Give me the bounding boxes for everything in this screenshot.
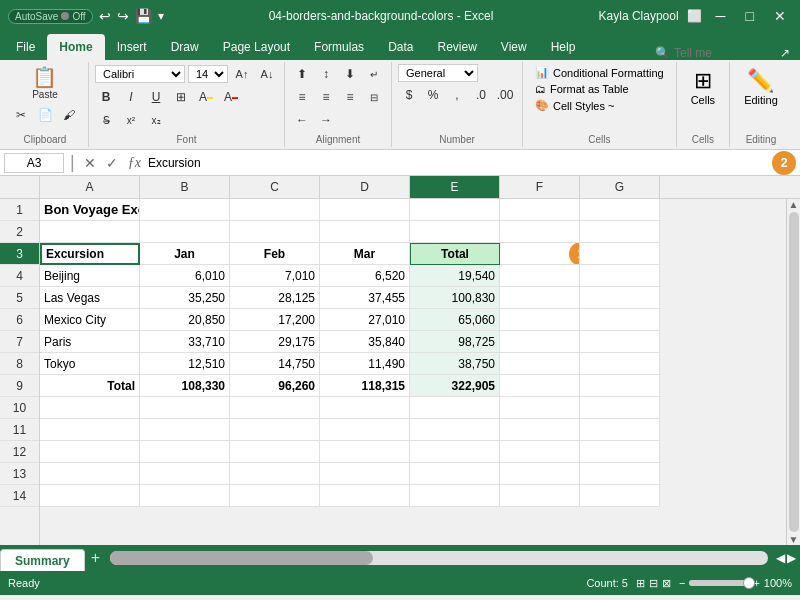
cell-f10[interactable] xyxy=(500,397,580,419)
cell-d1[interactable] xyxy=(320,199,410,221)
tab-draw[interactable]: Draw xyxy=(159,34,211,60)
cell-a13[interactable] xyxy=(40,463,140,485)
col-header-a[interactable]: A xyxy=(40,176,140,198)
cell-d9[interactable]: 118,315 xyxy=(320,375,410,397)
sheet-tab-summary[interactable]: Summary xyxy=(0,549,85,571)
cell-d7[interactable]: 35,840 xyxy=(320,331,410,353)
cell-g3[interactable] xyxy=(580,243,660,265)
cell-c2[interactable] xyxy=(230,221,320,243)
indent-increase-btn[interactable]: → xyxy=(315,110,337,130)
cell-a9[interactable]: Total xyxy=(40,375,140,397)
redo-icon[interactable]: ↪ xyxy=(117,8,129,24)
align-top-btn[interactable]: ⬆ xyxy=(291,64,313,84)
tab-review[interactable]: Review xyxy=(425,34,488,60)
percent-btn[interactable]: % xyxy=(422,85,444,105)
align-middle-btn[interactable]: ↕ xyxy=(315,64,337,84)
cell-b2[interactable] xyxy=(140,221,230,243)
normal-view-btn[interactable]: ⊞ xyxy=(636,577,645,590)
row-header-13[interactable]: 13 xyxy=(0,463,39,485)
add-sheet-btn[interactable]: + xyxy=(85,549,106,567)
cell-f14[interactable] xyxy=(500,485,580,507)
format-painter-button[interactable]: 🖌 xyxy=(58,105,80,125)
cell-d11[interactable] xyxy=(320,419,410,441)
tab-file[interactable]: File xyxy=(4,34,47,60)
zoom-slider[interactable] xyxy=(689,580,749,586)
cell-g5[interactable] xyxy=(580,287,660,309)
row-header-4[interactable]: 4 xyxy=(0,265,39,287)
cell-d3[interactable]: Mar xyxy=(320,243,410,265)
cell-f1[interactable] xyxy=(500,199,580,221)
cell-g12[interactable] xyxy=(580,441,660,463)
border-button[interactable]: ⊞ xyxy=(170,87,192,107)
cell-b13[interactable] xyxy=(140,463,230,485)
number-format-select[interactable]: General xyxy=(398,64,478,82)
cell-f7[interactable] xyxy=(500,331,580,353)
cell-c8[interactable]: 14,750 xyxy=(230,353,320,375)
cell-b14[interactable] xyxy=(140,485,230,507)
autosave-toggle[interactable]: AutoSave Off xyxy=(8,9,93,24)
quick-save-icon[interactable]: 💾 xyxy=(135,8,152,24)
cell-e2[interactable] xyxy=(410,221,500,243)
cell-g6[interactable] xyxy=(580,309,660,331)
conditional-formatting-btn[interactable]: 📊 Conditional Formatting xyxy=(529,64,670,81)
cell-e13[interactable] xyxy=(410,463,500,485)
cell-f4[interactable] xyxy=(500,265,580,287)
wrap-text-btn[interactable]: ↵ xyxy=(363,64,385,84)
cell-d12[interactable] xyxy=(320,441,410,463)
cell-b6[interactable]: 20,850 xyxy=(140,309,230,331)
col-header-g[interactable]: G xyxy=(580,176,660,198)
cell-e9[interactable]: 322,905 xyxy=(410,375,500,397)
cell-f13[interactable] xyxy=(500,463,580,485)
cell-e1[interactable] xyxy=(410,199,500,221)
cell-e6[interactable]: 65,060 xyxy=(410,309,500,331)
currency-btn[interactable]: $ xyxy=(398,85,420,105)
row-header-2[interactable]: 2 xyxy=(0,221,39,243)
cell-a12[interactable] xyxy=(40,441,140,463)
tab-data[interactable]: Data xyxy=(376,34,425,60)
font-family-select[interactable]: Calibri xyxy=(95,65,185,83)
cell-g11[interactable] xyxy=(580,419,660,441)
tab-view[interactable]: View xyxy=(489,34,539,60)
cell-g14[interactable] xyxy=(580,485,660,507)
row-header-6[interactable]: 6 xyxy=(0,309,39,331)
row-header-12[interactable]: 12 xyxy=(0,441,39,463)
page-break-view-btn[interactable]: ⊠ xyxy=(662,577,671,590)
cell-d6[interactable]: 27,010 xyxy=(320,309,410,331)
share-icon[interactable]: ↗ xyxy=(774,46,796,60)
col-header-f[interactable]: F xyxy=(500,176,580,198)
cell-f8[interactable] xyxy=(500,353,580,375)
font-color-button[interactable]: A▬ xyxy=(220,87,242,107)
strikethrough-btn[interactable]: S̶ xyxy=(95,110,117,130)
cell-g10[interactable] xyxy=(580,397,660,419)
cell-e12[interactable] xyxy=(410,441,500,463)
page-layout-view-btn[interactable]: ⊟ xyxy=(649,577,658,590)
cell-d4[interactable]: 6,520 xyxy=(320,265,410,287)
cell-d14[interactable] xyxy=(320,485,410,507)
cells-button[interactable]: ⊞ Cells xyxy=(683,64,723,110)
cell-g4[interactable] xyxy=(580,265,660,287)
cell-f2[interactable] xyxy=(500,221,580,243)
cell-c3[interactable]: Feb xyxy=(230,243,320,265)
tell-me[interactable]: 🔍 xyxy=(655,46,774,60)
row-header-1[interactable]: 1 xyxy=(0,199,39,221)
cell-b3[interactable]: Jan xyxy=(140,243,230,265)
cell-e5[interactable]: 100,830 xyxy=(410,287,500,309)
increase-decimal-btn[interactable]: .0 xyxy=(470,85,492,105)
tab-insert[interactable]: Insert xyxy=(105,34,159,60)
confirm-formula-btn[interactable]: ✓ xyxy=(103,155,121,171)
scroll-right-btn[interactable]: ▶ xyxy=(787,551,796,565)
tab-help[interactable]: Help xyxy=(539,34,588,60)
increase-font-btn[interactable]: A↑ xyxy=(231,64,253,84)
cell-a5[interactable]: Las Vegas xyxy=(40,287,140,309)
insert-function-btn[interactable]: ƒx xyxy=(125,155,144,171)
cell-g1[interactable] xyxy=(580,199,660,221)
subscript-btn[interactable]: x₂ xyxy=(145,110,167,130)
row-header-8[interactable]: 8 xyxy=(0,353,39,375)
cell-b12[interactable] xyxy=(140,441,230,463)
undo-icon[interactable]: ↩ xyxy=(99,8,111,24)
cell-b4[interactable]: 6,010 xyxy=(140,265,230,287)
close-btn[interactable]: ✕ xyxy=(768,6,792,26)
cell-g8[interactable] xyxy=(580,353,660,375)
horizontal-scrollbar[interactable] xyxy=(110,551,768,565)
cell-c10[interactable] xyxy=(230,397,320,419)
